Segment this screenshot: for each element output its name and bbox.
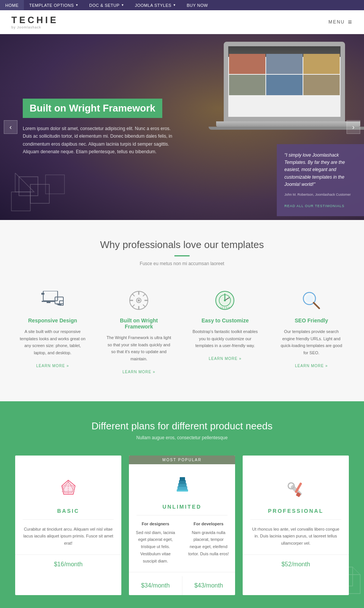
plan-col-title: For designers [135, 522, 176, 526]
plans-section: Different plans for different product ne… [0, 401, 364, 608]
plan-price-unlimited1: $34/month [129, 576, 182, 595]
dropdown-arrow: ▼ [75, 3, 78, 7]
site-header: TECHIE by Joomlashack MENU ≡ [0, 10, 364, 34]
menu-button[interactable]: MENU ≡ [328, 18, 353, 26]
laptop-screen-content [228, 46, 340, 117]
laptop-bottom [209, 127, 364, 130]
unlimited-icon [169, 473, 195, 500]
plan-basic: BASIC Curabitur at tincidunt arcu. Aliqu… [15, 456, 121, 595]
wright-icon [127, 289, 150, 312]
feature-desc: Bootstrap's fantastic toolkit enables yo… [191, 328, 259, 349]
plan-unlimited-cols: For designers Sed nisl diam, lacinia ege… [129, 522, 235, 572]
nav-joomla-styles[interactable]: JOOMLA STYLES ▼ [130, 0, 182, 10]
why-title: Why professionals love our templates [15, 239, 349, 251]
professional-icon [282, 478, 309, 504]
plan-name-professional: PROFESSIONAL [243, 508, 349, 514]
plan-name-unlimited: UNLIMITED [129, 504, 235, 510]
feature-title: Responsive Design [19, 317, 86, 324]
plan-col-desc: Nam gravida nulla placerat, tempor neque… [188, 529, 229, 558]
seo-icon [300, 289, 323, 312]
plan-price-unlimited2: $43/month [182, 576, 235, 595]
plan-divider [250, 519, 341, 520]
laptop [205, 42, 364, 148]
hero-next-button[interactable]: › [347, 120, 360, 134]
svg-marker-4 [15, 173, 34, 192]
svg-rect-34 [180, 477, 185, 481]
screen-cell [266, 75, 303, 95]
hero-prev-button[interactable]: ‹ [4, 120, 17, 134]
testimonial-quote: "I simply love Joomlashack Templates. By… [284, 152, 356, 188]
plans-title: Different plans for different product ne… [15, 420, 349, 432]
feature-title: Built on Wright Framework [105, 317, 173, 330]
svg-point-20 [224, 299, 226, 301]
screen-cell [303, 54, 340, 74]
svg-rect-6 [41, 293, 44, 295]
logo-text: TECHIE [11, 15, 58, 25]
plan-col-developers: For developers Nam gravida nulla placera… [182, 522, 235, 572]
why-subtitle: Fusce eu metus non mi accumsan laoreet [15, 261, 349, 266]
feature-learn-more[interactable]: LEARN MORE » [209, 357, 242, 361]
svg-line-23 [314, 303, 319, 308]
feature-desc: A site built with our responsive templat… [19, 328, 86, 357]
hero-content: Built on Wright Framework Lorem ipsum do… [0, 99, 197, 156]
basic-icon [55, 478, 82, 504]
feature-customize: 12 3 6 9 Easy to Customize Bootstrap's f… [188, 281, 263, 382]
plan-price-professional: $52/month [243, 555, 349, 574]
geometric-shapes-left [8, 173, 83, 220]
plan-name-basic: BASIC [15, 508, 121, 514]
svg-rect-8 [47, 302, 50, 303]
logo-main: TECHIE [11, 15, 58, 25]
dropdown-arrow: ▼ [173, 3, 176, 7]
dropdown-arrow: ▼ [121, 3, 124, 7]
screen-cell [266, 54, 303, 74]
plan-divider [23, 519, 114, 520]
plan-desc-basic: Curabitur at tincidunt arcu. Aliquam vel… [15, 526, 121, 547]
hero-text: Lorem ipsum dolor sit amet, consectetur … [23, 125, 174, 156]
plans-grid: BASIC Curabitur at tincidunt arcu. Aliqu… [15, 456, 349, 595]
nav-template-options[interactable]: TEMPLATE OPTIONS ▼ [24, 0, 84, 10]
screen-cell [229, 54, 265, 74]
svg-point-24 [306, 295, 313, 302]
svg-text:12 3 6 9: 12 3 6 9 [220, 306, 230, 309]
svg-line-43 [353, 567, 360, 575]
feature-learn-more[interactable]: LEARN MORE » [122, 370, 155, 374]
screen-cell [303, 75, 340, 95]
feature-title: SEO Friendly [278, 317, 345, 324]
feature-desc: The Wright Framework is ultra light so t… [105, 334, 173, 363]
feature-learn-more[interactable]: LEARN MORE » [295, 364, 328, 368]
plan-col-desc: Sed nisl diam, lacinia eget placerat ege… [135, 529, 176, 564]
main-nav: HOME TEMPLATE OPTIONS ▼ DOC & SETUP ▼ JO… [0, 0, 364, 10]
feature-learn-more[interactable]: LEARN MORE » [36, 364, 69, 368]
why-divider [174, 255, 190, 256]
logo-sub: by Joomlashack [11, 25, 58, 29]
laptop-screen [224, 42, 345, 121]
why-section: Why professionals love our templates Fus… [0, 220, 364, 401]
testimonial-link[interactable]: READ ALL OUR TESTIMONIALS [284, 204, 345, 208]
hero-title: Built on Wright Framework [23, 99, 162, 118]
screen-cell [229, 75, 265, 95]
svg-point-15 [138, 299, 140, 302]
plans-subtitle: Nullam augue eros, consectetur pellentes… [15, 435, 349, 440]
testimonial-author: John M. Robertson, Joomlashack Customer [284, 193, 356, 196]
logo: TECHIE by Joomlashack [11, 15, 58, 29]
plan-col-title: For developers [188, 522, 229, 526]
plan-unlimited: MOST POPULAR UNLIMITED For designers Sed… [129, 456, 235, 595]
responsive-icon [41, 289, 64, 312]
plan-professional: PROFESSIONAL Ut rhoncus leo ante, vel co… [243, 456, 349, 595]
menu-label: MENU [328, 19, 345, 25]
svg-rect-5 [43, 291, 58, 301]
laptop-base [216, 121, 360, 127]
nav-buy-now[interactable]: BUY NOW [182, 0, 213, 10]
plan-price-basic: $16/month [15, 555, 121, 574]
testimonial-box: "I simply love Joomlashack Templates. By… [277, 144, 364, 216]
plan-col-designers: For designers Sed nisl diam, lacinia ege… [129, 522, 182, 572]
plan-badge-unlimited: MOST POPULAR [129, 456, 235, 464]
nav-doc-setup[interactable]: DOC & SETUP ▼ [84, 0, 130, 10]
feature-responsive: Responsive Design A site built with our … [15, 281, 90, 382]
features-grid: Responsive Design A site built with our … [15, 281, 349, 382]
svg-rect-7 [42, 301, 55, 302]
svg-marker-2 [11, 192, 30, 211]
nav-home[interactable]: HOME [0, 0, 24, 10]
feature-wright: Built on Wright Framework The Wright Fra… [102, 281, 177, 382]
plan-desc-professional: Ut rhoncus leo ante, vel convallis liber… [243, 526, 349, 547]
